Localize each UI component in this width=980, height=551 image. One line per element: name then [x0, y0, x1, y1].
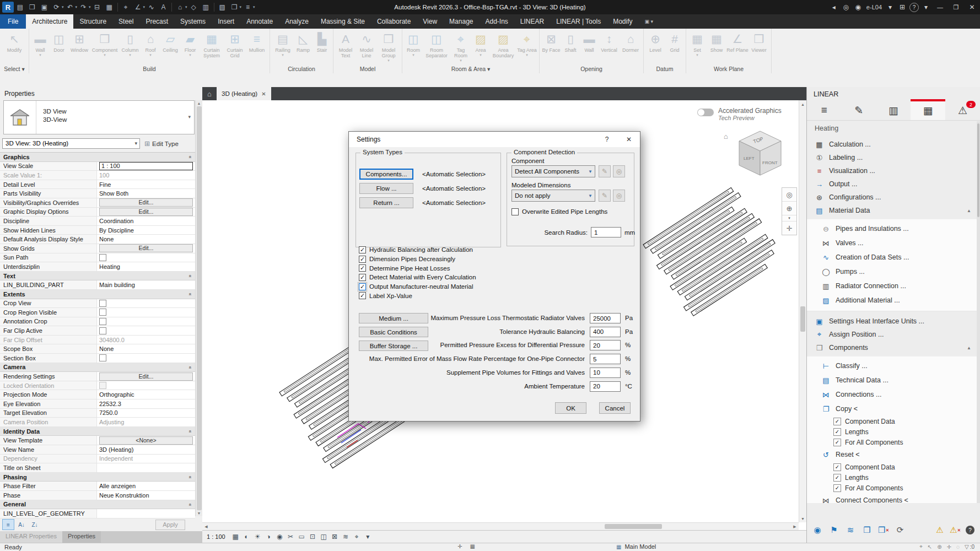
- ribbon-item-ref-plane[interactable]: ∠Ref Plane: [726, 30, 749, 53]
- linear-item-labeling[interactable]: ①Labeling ...: [807, 151, 977, 164]
- reset-lengths-checkbox[interactable]: ✓: [833, 474, 841, 482]
- collapse-icon[interactable]: «: [187, 366, 192, 369]
- apply-button[interactable]: Apply: [155, 520, 185, 530]
- property-value[interactable]: Fine: [97, 180, 195, 189]
- ribbon-tab-architecture[interactable]: Architecture: [26, 14, 73, 29]
- property-value[interactable]: 22532.3: [97, 399, 195, 408]
- ribbon-item-column[interactable]: ▯Column▾: [119, 30, 141, 57]
- vertical-scrollbar[interactable]: ▲ ▼: [799, 100, 806, 522]
- property-group-general[interactable]: General«: [0, 500, 195, 510]
- sort-descending-button[interactable]: Z↓: [29, 519, 41, 530]
- overwrite-pipe-lengths-checkbox[interactable]: [511, 208, 519, 215]
- ribbon-item-grid[interactable]: #Grid: [665, 30, 684, 53]
- ribbon-item-model-group[interactable]: ❒Model Group▾: [377, 30, 400, 62]
- ribbon-tab-manage[interactable]: Manage: [443, 14, 479, 29]
- sun-path-icon[interactable]: ☀: [252, 532, 263, 542]
- sort-ascending-button[interactable]: A↓: [15, 519, 28, 530]
- linear-item-creation-of-data-sets[interactable]: ∿Creation of Data Sets ...: [807, 250, 977, 264]
- section-icon[interactable]: ◇: [188, 2, 200, 13]
- minimize-button[interactable]: —: [932, 0, 948, 14]
- permitted-pressure-excess-for-differential-pressure-input[interactable]: 20: [590, 340, 621, 350]
- collapse-icon[interactable]: «: [187, 293, 192, 295]
- chevron-down-icon[interactable]: ▾: [89, 5, 91, 9]
- ribbon-tab-linear-tools[interactable]: LINEAR | Tools: [550, 14, 607, 29]
- ribbon-tab-precast[interactable]: Precast: [139, 14, 174, 29]
- property-value[interactable]: By Discipline: [97, 226, 195, 235]
- close-icon[interactable]: ✕: [261, 91, 266, 97]
- ribbon-item-area[interactable]: ▨Area▾: [471, 30, 490, 57]
- accelerated-graphics-toggle[interactable]: [697, 109, 714, 116]
- property-value[interactable]: 7250.0: [97, 409, 195, 418]
- refresh-doc-icon[interactable]: ⟳: [895, 525, 905, 535]
- ribbon-item-level[interactable]: ⊕Level: [645, 30, 665, 53]
- ambient-temperature-input[interactable]: 20: [590, 381, 621, 392]
- chevron-up-icon[interactable]: ▲: [967, 345, 977, 350]
- ribbon-item-ramp[interactable]: ◺Ramp: [294, 30, 313, 53]
- copy-for-all-components-checkbox[interactable]: ✓: [833, 439, 841, 446]
- scrollbar-thumb[interactable]: [605, 524, 662, 529]
- crop-view-icon[interactable]: ✂: [286, 532, 296, 542]
- linear-item-additional-material[interactable]: ▨Additional Material ...: [807, 293, 977, 307]
- drag-on-selection-icon[interactable]: ◌: [956, 544, 960, 550]
- displacement-sets-icon[interactable]: ⌖: [352, 532, 362, 542]
- horizontal-scrollbar[interactable]: ◀ ▶: [202, 522, 799, 530]
- collapse-icon[interactable]: ◂: [828, 3, 840, 11]
- component-add-icon[interactable]: ❒: [862, 525, 872, 535]
- help-icon[interactable]: ?: [596, 132, 618, 147]
- pan-icon[interactable]: ✛: [782, 221, 796, 235]
- component-dropdown[interactable]: Detect All Components ▼: [511, 165, 595, 177]
- eyedropper-icon[interactable]: ✎: [599, 165, 611, 177]
- collapse-icon[interactable]: «: [187, 503, 192, 506]
- ribbon-item-stair[interactable]: ▙Stair: [313, 30, 331, 53]
- more-controls-icon[interactable]: ▾: [363, 532, 373, 542]
- thin-lines-icon[interactable]: ▥: [200, 2, 212, 13]
- ribbon-item-show[interactable]: ▦Show: [707, 30, 726, 53]
- linear-item-calculation[interactable]: ▦Calculation ...: [807, 138, 977, 151]
- linear-item-configurations[interactable]: ⊛Configurations ...: [807, 191, 977, 204]
- active-workset-label[interactable]: Main Model: [624, 543, 656, 550]
- default-3d-view-icon[interactable]: ⌂: [174, 2, 186, 13]
- text-icon[interactable]: A: [158, 2, 169, 13]
- linear-item-assign-position[interactable]: ⌖Assign Position ...: [807, 328, 977, 341]
- property-value[interactable]: Coordination: [97, 217, 195, 225]
- linear-item-visualization[interactable]: ≡Visualization ...: [807, 164, 977, 177]
- collapse-icon[interactable]: «: [187, 430, 192, 433]
- ribbon-item-room[interactable]: ◫Room▾: [404, 30, 423, 57]
- filter-control[interactable]: ▽:0: [965, 544, 974, 550]
- ribbon-item-shaft[interactable]: ▯Shaft: [561, 30, 580, 53]
- label-xp-value-checkbox[interactable]: ✓: [359, 292, 366, 299]
- property-edit-button[interactable]: Edit...: [99, 372, 193, 381]
- property-edit-button[interactable]: Edit...: [99, 208, 193, 216]
- property-checkbox[interactable]: [99, 309, 106, 316]
- output-manufacturer-neutral-material-checkbox[interactable]: ✓: [359, 283, 366, 290]
- ribbon-item-model-line[interactable]: ∿Model Line: [356, 30, 377, 58]
- revit-logo-icon[interactable]: R: [2, 2, 14, 13]
- reset-component-data-checkbox[interactable]: ✓: [833, 463, 841, 471]
- property-value[interactable]: Main building: [97, 280, 195, 289]
- dimension-pipes-decreasingly-checkbox[interactable]: ✓: [359, 256, 366, 263]
- linear-item-radiator-connection[interactable]: ▥Radiator Connection ...: [807, 279, 977, 293]
- collapse-icon[interactable]: «: [187, 476, 192, 478]
- maximum-pressure-loss-thermostatic-radiator-valves-input[interactable]: 25000: [590, 313, 621, 323]
- signed-in-user[interactable]: e-L04: [866, 4, 882, 10]
- edit-tab[interactable]: ✎: [842, 100, 876, 120]
- cancel-button[interactable]: Cancel: [599, 402, 631, 414]
- warning-new-icon[interactable]: ⚠: [935, 525, 945, 535]
- ribbon-tab-view[interactable]: View: [417, 14, 443, 29]
- linear-item-connections[interactable]: ⋈Connections ...: [807, 387, 977, 402]
- switch-windows-icon[interactable]: ❐: [229, 2, 240, 13]
- print-icon[interactable]: ⊟: [91, 2, 103, 13]
- menu-tab[interactable]: ≡: [807, 100, 842, 120]
- ribbon-tab-analyze[interactable]: Analyze: [279, 14, 315, 29]
- ribbon-item-floor[interactable]: ▰Floor▾: [181, 30, 200, 57]
- ribbon-tab-insert[interactable]: Insert: [212, 14, 240, 29]
- design-options-icon[interactable]: ▦: [470, 543, 475, 549]
- scroll-down-icon[interactable]: ▼: [799, 515, 806, 522]
- linear-item-copy[interactable]: ❐Copy <: [807, 402, 977, 416]
- ribbon-item-model-text[interactable]: AModel Text: [335, 30, 356, 58]
- property-value[interactable]: 304800.0: [97, 336, 195, 344]
- reveal-hidden-elements-icon[interactable]: ⊠: [330, 532, 340, 542]
- zoom-icon[interactable]: ⊕: [782, 201, 796, 215]
- select-by-face-icon[interactable]: ✛: [947, 544, 951, 550]
- scroll-down-icon[interactable]: ▼: [197, 511, 201, 515]
